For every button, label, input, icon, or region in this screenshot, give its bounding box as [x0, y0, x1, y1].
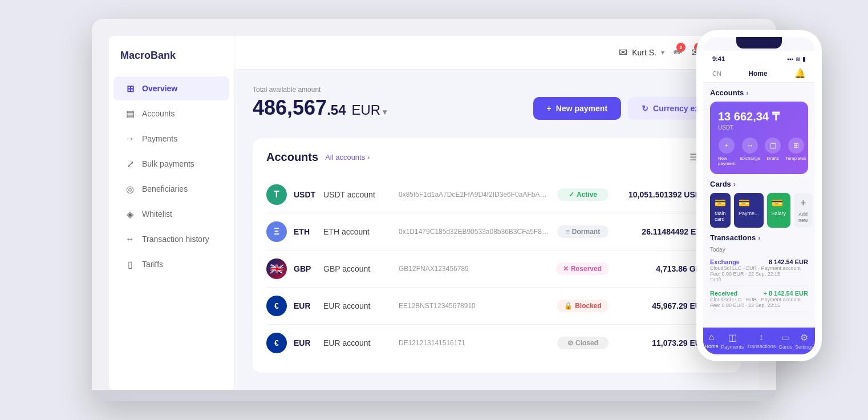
- user-icon: ✉: [619, 46, 627, 59]
- new-payment-button[interactable]: + New payment: [533, 97, 621, 120]
- main-card-label: Main card: [715, 211, 726, 222]
- phone-nav-home[interactable]: ⌂ Home: [704, 332, 718, 350]
- account-currency: GBP: [294, 264, 317, 273]
- accounts-header: Accounts All accounts › ☰ ⋮⋮: [266, 150, 727, 165]
- account-status: ✓ Active: [557, 188, 609, 201]
- account-icon-eth: Ξ: [266, 221, 287, 242]
- account-address: DE121213141516171: [399, 339, 550, 347]
- templates-icon: ⊞: [788, 138, 804, 154]
- all-accounts-label: All accounts: [325, 153, 365, 161]
- settings-nav-icon: ⚙: [800, 332, 808, 343]
- phone-add-card-button[interactable]: + Add new: [794, 193, 813, 228]
- phone-notch: [736, 37, 782, 49]
- account-currency: EUR: [294, 301, 317, 310]
- phone-transaction-1[interactable]: Exchange 8 142.54 EUR CloudSol LLC · EUR…: [710, 255, 808, 286]
- sidebar-label-overview: Overview: [142, 84, 177, 93]
- currency-dropdown-icon[interactable]: ▾: [383, 107, 387, 116]
- phone-nav-cards[interactable]: ▭ Cards: [778, 332, 792, 350]
- tariffs-icon: ▯: [125, 259, 135, 269]
- drafts-icon: ◫: [765, 138, 781, 154]
- account-icon-eur2: €: [266, 333, 287, 353]
- wifi-icon: ≋: [796, 56, 800, 62]
- nav-home-label: Home: [704, 344, 718, 349]
- sidebar-label-bulk-payments: Bulk payments: [142, 159, 194, 168]
- lock-icon: 🔒: [564, 302, 573, 310]
- account-status: 🔒 Blocked: [557, 300, 609, 312]
- phone-action-new-payment[interactable]: + New payment: [718, 138, 736, 166]
- phone-salary-card[interactable]: 💳 Salary: [767, 193, 791, 228]
- table-row: Ξ ETH ETH account 0x1D1479C185d32EB90533…: [266, 213, 727, 251]
- edit-notifications-button[interactable]: ✏ 2: [674, 46, 682, 59]
- sidebar-item-overview[interactable]: ⊞ Overview: [113, 76, 229, 100]
- phone-action-exchange[interactable]: ↔ Exchange: [740, 138, 761, 166]
- phone-main-card[interactable]: 💳 Main card: [710, 193, 731, 228]
- account-address: 0x85f5F1d1aA7DcE2FfA9D4f2fD3e6F0aAFbA4D3…: [399, 191, 550, 199]
- chevron-icon: ›: [746, 88, 748, 97]
- sidebar-nav: ⊞ Overview ▤ Accounts → Payments ⤢ Bulk …: [109, 76, 234, 276]
- phone-accounts-title: Accounts ›: [710, 88, 808, 97]
- phone-transactions-title: Transactions ›: [710, 233, 808, 242]
- payments-nav-icon: ◫: [728, 332, 737, 343]
- account-currency: USDT: [294, 190, 317, 199]
- phone-nav-settings[interactable]: ⚙ Settings: [795, 332, 814, 350]
- laptop-screen: MacroBank ⊞ Overview ▤ Accounts → Paymen…: [109, 36, 759, 390]
- laptop-base: [92, 390, 776, 401]
- phone-transaction-2[interactable]: Received + 8 142.54 EUR CloudSol LLC · E…: [710, 286, 808, 312]
- total-amount-block: Total available amount 486,567.54 EUR▾: [253, 86, 387, 120]
- accounts-title: Accounts: [266, 151, 318, 164]
- phone-nav-bar: CN Home 🔔: [703, 64, 815, 83]
- account-currency: EUR: [294, 338, 317, 348]
- phone-card-actions: + New payment ↔ Exchange ◫ Drafts ⊞: [718, 138, 800, 166]
- table-row: 🇬🇧 GBP GBP account GB12FNAX123456789 ✕ R…: [266, 251, 727, 288]
- sidebar-item-payments[interactable]: → Payments: [113, 127, 229, 151]
- accounts-icon: ▤: [125, 108, 135, 119]
- sidebar-item-accounts[interactable]: ▤ Accounts: [113, 102, 229, 126]
- transaction-history-icon: ↔: [125, 234, 135, 244]
- transaction-title: Received: [710, 290, 737, 297]
- phone-nav-transactions[interactable]: ↕ Transactions: [747, 332, 776, 350]
- phone-cards-row: 💳 Main card 💳 Payme... 💳 Salary + Add ne…: [710, 193, 808, 228]
- sidebar-item-beneficiaries[interactable]: ◎ Beneficiaries: [113, 177, 229, 201]
- all-accounts-link[interactable]: All accounts ›: [325, 153, 370, 161]
- chevron-right-icon: ›: [367, 153, 370, 161]
- transaction-amount: 8 142.54 EUR: [769, 259, 808, 265]
- closed-icon: ⊘: [567, 339, 573, 347]
- plus-icon: +: [800, 197, 806, 209]
- add-new-label: Add new: [798, 212, 808, 223]
- nav-cards-label: Cards: [778, 344, 792, 350]
- phone-action-drafts[interactable]: ◫ Drafts: [765, 138, 781, 166]
- user-menu[interactable]: ✉ Kurt S. ▾: [619, 46, 664, 59]
- sidebar-item-bulk-payments[interactable]: ⤢ Bulk payments: [113, 152, 229, 176]
- checkmark-icon: ✓: [569, 191, 574, 199]
- account-balance: 4,713.86 GBP: [615, 264, 707, 273]
- sidebar-item-tariffs[interactable]: ▯ Tariffs: [113, 252, 229, 276]
- total-decimal: .54: [327, 102, 346, 118]
- transaction-detail: CloudSol LLC · EUR · Payment account: [710, 265, 808, 271]
- beneficiaries-icon: ◎: [125, 184, 135, 194]
- accounts-title-group: Accounts All accounts ›: [266, 151, 370, 164]
- signal-icon: ▪▪▪: [787, 56, 793, 62]
- phone-bell-icon[interactable]: 🔔: [794, 68, 806, 79]
- sidebar-item-whitelist[interactable]: ◈ Whitelist: [113, 202, 229, 226]
- sidebar-label-beneficiaries: Beneficiaries: [142, 184, 188, 193]
- account-balance: 45,967.29 EUR: [615, 301, 707, 310]
- phone-nav-payments[interactable]: ◫ Payments: [721, 332, 744, 350]
- accounts-section: Accounts All accounts › ☰ ⋮⋮: [253, 138, 741, 373]
- exchange-icon: ↻: [642, 104, 648, 113]
- sidebar-item-transaction-history[interactable]: ↔ Transaction history: [113, 227, 229, 251]
- phone-nav-left: CN: [712, 70, 721, 77]
- account-balance: 11,073.29 EUR: [615, 338, 707, 348]
- account-icon-eur: €: [266, 296, 287, 316]
- account-name: EUR account: [323, 301, 392, 310]
- plus-circle-icon: +: [719, 138, 735, 154]
- phone-screen: 9:41 ▪▪▪ ≋ ▮ CN Home 🔔 Accounts ›: [703, 37, 815, 354]
- table-row: T USDT USDT account 0x85f5F1d1aA7DcE2FfA…: [266, 176, 727, 213]
- transaction-fee: Fee: 0.00 EUR · 22 Sep, 22:15: [710, 271, 808, 277]
- payment-card-label: Payme...: [739, 211, 759, 216]
- phone-action-templates[interactable]: ⊞ Templates: [785, 138, 806, 166]
- sidebar-label-payments: Payments: [142, 134, 177, 143]
- phone-action-label: Exchange: [740, 156, 761, 161]
- phone-status-icons: ▪▪▪ ≋ ▮: [787, 56, 806, 62]
- transactions-chevron-icon: ›: [758, 233, 760, 242]
- phone-payment-card[interactable]: 💳 Payme...: [734, 193, 764, 228]
